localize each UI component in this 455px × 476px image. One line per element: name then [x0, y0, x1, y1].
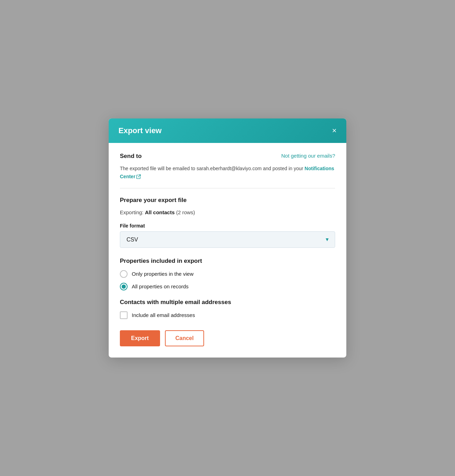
modal-dialog: Export view × Send to Not getting our em… — [109, 118, 346, 358]
modal-body: Send to Not getting our emails? The expo… — [109, 143, 346, 358]
radio-view-only-label: Only properties in the view — [132, 271, 194, 277]
exporting-value: All contacts — [145, 209, 175, 215]
multiple-emails-section: Contacts with multiple email addresses I… — [120, 299, 335, 319]
properties-section-title: Properties included in export — [120, 258, 335, 265]
footer-buttons: Export Cancel — [120, 330, 335, 346]
external-link-icon — [136, 174, 141, 179]
radio-all-props[interactable] — [120, 283, 128, 290]
multiple-emails-title: Contacts with multiple email addresses — [120, 299, 335, 306]
include-all-emails-label: Include all email addresses — [132, 312, 195, 318]
exporting-row: Exporting: All contacts (2 rows) — [120, 209, 335, 215]
exporting-suffix: (2 rows) — [175, 209, 195, 215]
file-format-select[interactable]: CSV Excel TSV — [120, 231, 335, 248]
include-all-emails-checkbox[interactable] — [120, 311, 128, 319]
send-to-row: Send to Not getting our emails? — [120, 153, 335, 160]
export-button[interactable]: Export — [120, 330, 160, 346]
radio-option-view-only[interactable]: Only properties in the view — [120, 270, 335, 278]
send-to-description: The exported file will be emailed to sar… — [120, 165, 335, 180]
radio-all-props-label: All properties on records — [132, 283, 189, 289]
properties-section: Properties included in export Only prope… — [120, 258, 335, 290]
description-prefix-text: The exported file will be emailed to sar… — [120, 166, 305, 171]
close-button[interactable]: × — [332, 127, 337, 135]
send-to-label: Send to — [120, 153, 142, 160]
modal-title: Export view — [118, 126, 161, 135]
prepare-export-title: Prepare your export file — [120, 197, 335, 204]
modal-overlay: Export view × Send to Not getting our em… — [0, 0, 455, 476]
file-format-wrapper: CSV Excel TSV ▼ — [120, 231, 335, 248]
file-format-label: File format — [120, 223, 335, 229]
not-getting-emails-link[interactable]: Not getting our emails? — [281, 153, 335, 159]
exporting-prefix: Exporting: — [120, 209, 145, 215]
radio-view-only[interactable] — [120, 270, 128, 278]
cancel-button[interactable]: Cancel — [165, 330, 204, 346]
properties-radio-group: Only properties in the view All properti… — [120, 270, 335, 290]
include-all-emails-option[interactable]: Include all email addresses — [120, 311, 335, 319]
modal-header: Export view × — [109, 118, 346, 143]
prepare-export-section: Prepare your export file Exporting: All … — [120, 197, 335, 248]
radio-option-all-props[interactable]: All properties on records — [120, 283, 335, 290]
section-divider — [120, 188, 335, 188]
